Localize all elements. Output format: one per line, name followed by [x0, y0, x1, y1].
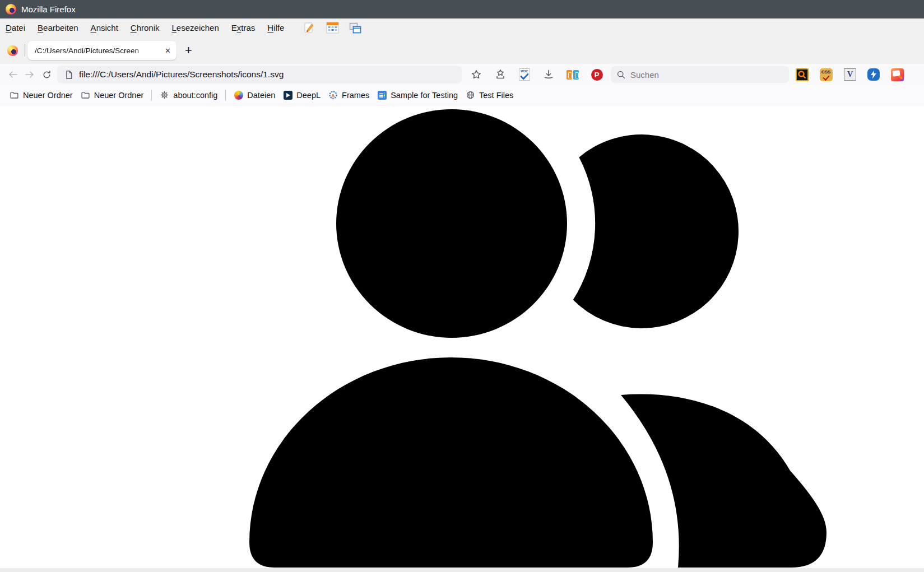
- back-head: [573, 134, 739, 328]
- bookmark-label: Frames: [342, 91, 369, 100]
- pinterest-extension-icon[interactable]: P: [587, 66, 606, 83]
- bookmark-label: Test Files: [479, 91, 513, 100]
- front-head: [336, 109, 567, 338]
- bookmark-label: Neuer Ordner: [94, 91, 144, 100]
- w3c-validator-icon[interactable]: W3C: [515, 66, 534, 83]
- bookmark-neuer-ordner-2[interactable]: Neuer Ordner: [77, 88, 148, 103]
- back-icon[interactable]: [4, 66, 21, 83]
- download-icon[interactable]: [539, 66, 558, 83]
- bookmark-dateien[interactable]: Dateien: [230, 88, 279, 103]
- w3c-label: W3C: [521, 69, 528, 73]
- search-icon: [616, 70, 626, 80]
- color-sphere-icon: [234, 90, 243, 100]
- firefox-tab-icon[interactable]: [7, 45, 18, 56]
- bookmark-sample-for-testing[interactable]: Sample for Testing: [373, 88, 462, 103]
- bookmark-label: about:config: [173, 91, 217, 100]
- forward-icon[interactable]: [21, 66, 38, 83]
- menu-hilfe[interactable]: Hilfe: [261, 23, 290, 32]
- tab-close-icon[interactable]: ✕: [165, 46, 171, 55]
- tab-title: /C:/Users/Andi/Pictures/Screen: [35, 46, 162, 55]
- window-title: Mozilla Firefox: [21, 4, 76, 14]
- list-page-icon: [377, 90, 387, 100]
- svg-text:A: A: [332, 93, 335, 98]
- window-bottom-strip: [0, 568, 924, 572]
- tab-divider: [25, 44, 25, 57]
- menu-lesezeichen[interactable]: Lesezeichen: [166, 23, 225, 32]
- bookmark-deepl[interactable]: DeepL: [279, 88, 324, 103]
- lookup-extension-icon[interactable]: [796, 68, 809, 81]
- bookmark-test-files[interactable]: Test Files: [462, 88, 517, 103]
- folder-icon: [10, 90, 19, 100]
- window-titlebar: Mozilla Firefox: [0, 0, 924, 18]
- menu-chronik[interactable]: Chronik: [124, 23, 166, 32]
- gear-icon: [160, 90, 169, 100]
- lightning-extension-icon[interactable]: [867, 68, 880, 81]
- bookmarks-bar: Neuer Ordner Neuer Ordner about:config D…: [0, 85, 924, 105]
- bookmarks-separator: [151, 90, 152, 101]
- page-content: [0, 105, 924, 568]
- bookmark-label: Neuer Ordner: [23, 91, 73, 100]
- search-input[interactable]: [630, 70, 783, 80]
- pinterest-letter: P: [591, 69, 603, 81]
- cog-a-icon: A: [328, 90, 338, 100]
- menu-extras[interactable]: Extras: [225, 23, 262, 32]
- deepl-icon: [283, 90, 292, 100]
- html-validator-extension-icon[interactable]: V: [844, 68, 856, 81]
- globe-icon: [466, 90, 475, 100]
- bookmark-star-icon[interactable]: [467, 66, 486, 83]
- bookmarks-separator: [225, 90, 226, 101]
- search-bar[interactable]: [611, 66, 789, 83]
- css-validator-extension-icon[interactable]: CSS: [820, 68, 833, 81]
- bookmark-label: DeepL: [296, 91, 321, 100]
- menu-bar: Datei Bearbeiten Ansicht Chronik Lesezei…: [0, 18, 924, 37]
- url-bar[interactable]: file:///C:/Users/Andi/Pictures/Screensho…: [57, 66, 462, 83]
- menu-datei[interactable]: Datei: [6, 23, 31, 32]
- menubar-extension-icons: [303, 21, 362, 35]
- bookmark-label: Dateien: [247, 91, 275, 100]
- reload-icon[interactable]: [38, 66, 55, 83]
- new-tab-button[interactable]: +: [185, 44, 192, 57]
- bookmark-neuer-ordner-1[interactable]: Neuer Ordner: [6, 88, 77, 103]
- folder-icon: [81, 90, 90, 100]
- active-tab[interactable]: /C:/Users/Andi/Pictures/Screen ✕: [27, 41, 177, 60]
- pages-extension-icon[interactable]: [563, 66, 582, 83]
- menu-bearbeiten[interactable]: Bearbeiten: [31, 23, 85, 32]
- url-text[interactable]: file:///C:/Users/Andi/Pictures/Screensho…: [79, 69, 284, 80]
- bookmark-frames[interactable]: A Frames: [324, 88, 373, 103]
- calendar-grid-icon[interactable]: [326, 21, 339, 35]
- page-icon: [64, 69, 74, 80]
- front-body: [249, 357, 653, 568]
- windows-copy-icon[interactable]: [349, 21, 362, 35]
- firefox-logo-icon: [6, 4, 16, 15]
- menu-ansicht[interactable]: Ansicht: [85, 23, 124, 32]
- bookmark-about-config[interactable]: about:config: [156, 88, 221, 103]
- navigation-bar: file:///C:/Users/Andi/Pictures/Screensho…: [0, 64, 924, 85]
- toolbar-icons: W3C P: [467, 66, 606, 83]
- save-star-tray-icon[interactable]: [491, 66, 510, 83]
- bookmark-label: Sample for Testing: [391, 91, 458, 100]
- extension-icons: CSS V ✎: [796, 68, 904, 81]
- edit-note-icon[interactable]: [303, 21, 316, 35]
- users-icon: [0, 105, 924, 568]
- screenshot-extension-icon[interactable]: ✎: [891, 68, 904, 81]
- tab-bar: /C:/Users/Andi/Pictures/Screen ✕ +: [0, 37, 924, 64]
